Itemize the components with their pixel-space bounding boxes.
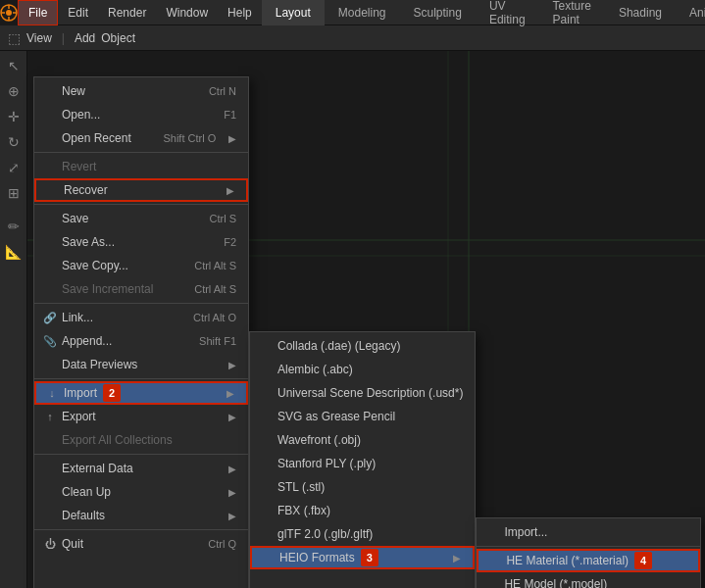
toolbar-secondary: ⬚ View | Add Object	[0, 25, 705, 51]
menu-window[interactable]: Window	[156, 0, 218, 25]
tool-transform[interactable]: ⊞	[3, 182, 25, 204]
menu-item-quit[interactable]: ⏻ Quit Ctrl Q	[34, 532, 248, 556]
import-gltf[interactable]: glTF 2.0 (.glb/.gltf)	[250, 522, 475, 546]
menu-item-save-as[interactable]: Save As... F2	[34, 230, 248, 254]
import-fbx[interactable]: FBX (.fbx)	[250, 499, 475, 522]
import-collada[interactable]: Collada (.dae) (Legacy)	[250, 334, 475, 358]
menu-item-open-recent[interactable]: Open Recent Shift Ctrl O ▶	[34, 126, 248, 150]
import-usd[interactable]: Universal Scene Description (.usd*)	[250, 381, 475, 405]
tab-texture-paint[interactable]: Texture Paint	[539, 0, 605, 25]
tab-uv-editing[interactable]: UV Editing	[476, 0, 539, 25]
tool-rotate[interactable]: ↻	[3, 131, 25, 153]
file-menu-dropdown: New Ctrl N Open... F1 Open Recent Shift …	[33, 76, 249, 588]
tab-sculpting[interactable]: Sculpting	[400, 0, 476, 25]
tab-modeling[interactable]: Modeling	[325, 0, 400, 25]
menu-item-cleanup[interactable]: Clean Up ▶	[34, 480, 248, 504]
menu-item-save-incremental[interactable]: Save Incremental Ctrl Alt S	[34, 277, 248, 301]
import-icon: ↓	[44, 385, 60, 401]
tool-annotate[interactable]: ✏	[3, 216, 25, 237]
import-submenu: Collada (.dae) (Legacy) Alembic (.abc) U…	[249, 331, 476, 588]
import-alembic[interactable]: Alembic (.abc)	[250, 358, 475, 381]
main-content: ↖ ⊕ ✛ ↻ ⤢ ⊞ ✏ 📐 New Ctrl N Open... F1	[0, 51, 705, 588]
import-wavefront[interactable]: Wavefront (.obj)	[250, 428, 475, 452]
append-icon: 📎	[42, 333, 58, 349]
tab-animation[interactable]: Animation	[676, 0, 705, 25]
heio-model[interactable]: HE Model (*.model)	[477, 572, 700, 588]
blender-logo	[0, 0, 18, 25]
menu-render[interactable]: Render	[98, 0, 156, 25]
material-badge: 4	[634, 552, 652, 569]
tool-select[interactable]: ↖	[3, 55, 25, 76]
quit-icon: ⏻	[42, 536, 58, 552]
view-icon: ⬚	[8, 30, 21, 46]
menu-item-external-data[interactable]: External Data ▶	[34, 457, 248, 480]
tool-cursor[interactable]: ⊕	[3, 80, 25, 102]
svg-point-1	[6, 10, 12, 16]
object-label[interactable]: Object	[101, 31, 135, 45]
link-icon: 🔗	[42, 310, 58, 325]
menu-item-link[interactable]: 🔗 Link... Ctrl Alt O	[34, 306, 248, 329]
tab-bar: Layout Modeling Sculpting UV Editing Tex…	[262, 0, 705, 25]
menu-item-defaults[interactable]: Defaults ▶	[34, 504, 248, 527]
menu-item-append[interactable]: 📎 Append... Shift F1	[34, 329, 248, 353]
menu-item-export[interactable]: ↑ Export ▶	[34, 405, 248, 428]
import-badge: 2	[103, 384, 121, 402]
menu-item-recover[interactable]: Recover ▶	[34, 178, 248, 202]
tool-move[interactable]: ✛	[3, 106, 25, 127]
import-stl[interactable]: STL (.stl)	[250, 475, 475, 499]
tool-scale[interactable]: ⤢	[3, 157, 25, 178]
tool-measure[interactable]: 📐	[3, 241, 25, 263]
tab-layout[interactable]: Layout	[262, 0, 325, 25]
heio-material[interactable]: HE Material (*.material) 4	[477, 549, 700, 572]
heio-submenu: Import... HE Material (*.material) 4 HE …	[476, 517, 701, 588]
import-heio[interactable]: HEIO Formats 3 ▶	[250, 546, 475, 569]
menu-file[interactable]: File	[18, 0, 58, 25]
menu-item-export-all[interactable]: Export All Collections	[34, 428, 248, 452]
left-panel: ↖ ⊕ ✛ ↻ ⤢ ⊞ ✏ 📐	[0, 51, 27, 588]
menu-item-import[interactable]: ↓ Import 2 ▶	[34, 381, 248, 405]
menu-item-revert[interactable]: Revert	[34, 155, 248, 178]
file-dropdown: New Ctrl N Open... F1 Open Recent Shift …	[33, 76, 701, 588]
menu-item-open[interactable]: Open... F1	[34, 103, 248, 126]
menu-help[interactable]: Help	[218, 0, 262, 25]
heio-badge: 3	[361, 549, 378, 566]
file-menu-bar: File Edit Render Window Help	[18, 0, 262, 25]
menu-edit[interactable]: Edit	[58, 0, 98, 25]
import-ply[interactable]: Stanford PLY (.ply)	[250, 452, 475, 475]
add-label[interactable]: Add	[75, 31, 95, 45]
menu-item-data-previews[interactable]: Data Previews ▶	[34, 353, 248, 376]
view-label[interactable]: View	[26, 31, 52, 45]
menu-item-save[interactable]: Save Ctrl S	[34, 207, 248, 230]
menu-item-save-copy[interactable]: Save Copy... Ctrl Alt S	[34, 254, 248, 277]
menu-item-new[interactable]: New Ctrl N	[34, 79, 248, 103]
export-icon: ↑	[42, 409, 58, 424]
import-svg[interactable]: SVG as Grease Pencil	[250, 405, 475, 428]
tab-shading[interactable]: Shading	[605, 0, 676, 25]
top-bar: File Edit Render Window Help Layout Mode…	[0, 0, 705, 25]
heio-import-top[interactable]: Import...	[477, 520, 700, 544]
